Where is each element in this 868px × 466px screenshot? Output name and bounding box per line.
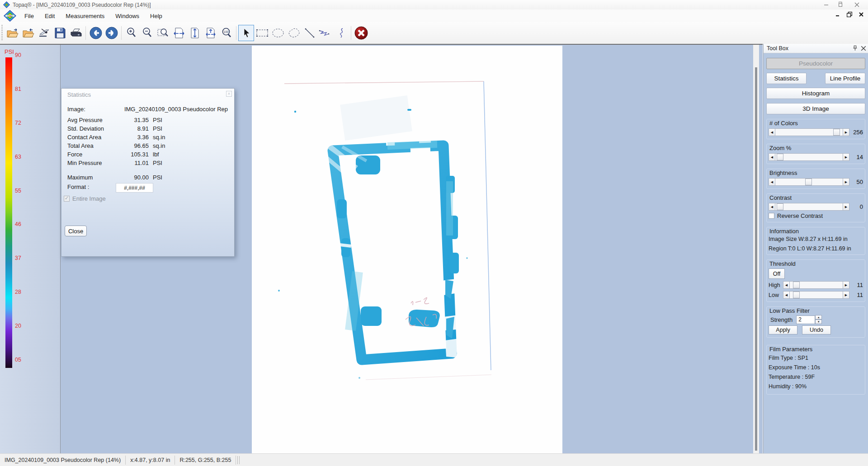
select-ellipse-icon	[271, 28, 285, 38]
restore-button[interactable]	[834, 0, 849, 9]
print-button[interactable]	[68, 25, 84, 41]
slider-right-arrow[interactable]: ▶	[843, 281, 849, 289]
back-button[interactable]	[88, 25, 104, 41]
entire-image-checkbox[interactable]	[64, 196, 70, 202]
toolbar-grip[interactable]	[1, 25, 3, 41]
slider-track[interactable]	[775, 128, 843, 136]
threshold-off-button[interactable]: Off	[769, 268, 785, 279]
save-button[interactable]	[52, 25, 68, 41]
format-input[interactable]	[116, 183, 153, 193]
fit-page-button[interactable]	[203, 25, 218, 41]
import-button[interactable]	[20, 25, 36, 41]
slider-right-arrow[interactable]: ▶	[843, 203, 849, 211]
slider-thumb[interactable]	[805, 179, 812, 185]
menu-file[interactable]: File	[19, 11, 39, 21]
slider-thumb[interactable]	[777, 203, 783, 210]
mdi-close-button[interactable]	[857, 11, 865, 18]
threshold-low-slider[interactable]: ◀ ▶ 11	[783, 291, 863, 299]
slider-left-arrow[interactable]: ◀	[769, 128, 775, 136]
histogram-button[interactable]: Histogram	[766, 88, 865, 99]
zoom-out-button[interactable]	[139, 25, 155, 41]
mdi-restore-icon	[847, 12, 852, 17]
statistics-dialog: Statistics × Image: IMG_20240109_0003 Ps…	[61, 88, 235, 257]
slider-right-arrow[interactable]: ▶	[843, 128, 849, 136]
fit-width-button[interactable]	[171, 25, 187, 41]
toolbox-close-icon[interactable]	[861, 46, 866, 51]
zoom-actual-icon: 100	[221, 27, 232, 39]
vertical-scrollbar[interactable]	[753, 45, 759, 453]
slider-thumb[interactable]	[833, 129, 840, 136]
status-grip	[239, 456, 240, 464]
undo-button[interactable]: Undo	[802, 325, 831, 334]
slider-right-arrow[interactable]: ▶	[843, 153, 849, 161]
strength-spin-up-icon[interactable]: ▲	[815, 315, 822, 320]
menu-help[interactable]: Help	[145, 11, 168, 21]
menu-edit[interactable]: Edit	[39, 11, 60, 21]
zoom-in-button[interactable]	[123, 25, 139, 41]
zoom-actual-button[interactable]: 100	[218, 25, 234, 41]
strength-label: Strength	[770, 316, 793, 323]
slider-right-arrow[interactable]: ▶	[843, 178, 849, 186]
polyline-tool-button[interactable]	[317, 25, 333, 41]
statistics-dialog-title[interactable]: Statistics	[67, 91, 91, 98]
mdi-minimize-button[interactable]	[834, 11, 842, 18]
stat-unit: sq.in	[153, 134, 165, 141]
apply-button[interactable]: Apply	[769, 325, 797, 334]
zoom-region-button[interactable]	[155, 25, 171, 41]
statistics-dialog-close-icon[interactable]: ×	[226, 91, 232, 97]
zoom-label: Zoom %	[769, 145, 792, 151]
slider-left-arrow[interactable]: ◀	[783, 281, 790, 289]
slider-right-arrow[interactable]: ▶	[843, 291, 849, 299]
information-label: Information	[769, 228, 800, 235]
vertical-scrollbar-thumb[interactable]	[755, 67, 757, 451]
menu-windows[interactable]: Windows	[110, 11, 145, 21]
slider-left-arrow[interactable]: ◀	[769, 203, 775, 211]
pointer-tool-button[interactable]	[238, 25, 254, 41]
colors-slider[interactable]: ◀ ▶ 256	[769, 128, 863, 136]
three-d-image-button[interactable]: 3D Image	[766, 103, 865, 114]
zoom-slider[interactable]: ◀ ▶ 14	[769, 153, 863, 161]
slider-left-arrow[interactable]: ◀	[769, 178, 775, 186]
scanned-page[interactable]	[252, 46, 562, 453]
forward-button[interactable]	[104, 25, 119, 41]
open-button[interactable]	[5, 25, 20, 41]
mdi-restore-button[interactable]	[845, 11, 854, 18]
slider-left-arrow[interactable]: ◀	[769, 153, 775, 161]
slider-track[interactable]	[775, 153, 843, 161]
image-label: Image:	[67, 106, 85, 113]
close-button[interactable]	[849, 0, 864, 9]
scan-button[interactable]	[36, 25, 52, 41]
strength-input[interactable]	[796, 315, 815, 324]
slider-track[interactable]	[775, 203, 843, 211]
slider-thumb[interactable]	[777, 154, 783, 160]
line-tool-button[interactable]	[302, 25, 317, 41]
reverse-contrast-checkbox[interactable]	[769, 213, 774, 219]
strength-spin-down-icon[interactable]: ▼	[815, 320, 822, 324]
minimize-button[interactable]	[818, 0, 834, 9]
slider-track[interactable]	[790, 291, 843, 299]
zoom-out-icon	[142, 27, 153, 39]
menu-bar: TOPAQ File Edit Measurements Windows Hel…	[0, 9, 868, 22]
strength-spinbox[interactable]: ▲ ▼	[796, 315, 822, 324]
delete-selection-button[interactable]	[353, 25, 369, 41]
brightness-slider[interactable]: ◀ ▶ 50	[769, 178, 863, 186]
curve-tool-button[interactable]	[333, 25, 349, 41]
slider-thumb[interactable]	[793, 292, 800, 298]
select-rectangle-button[interactable]	[254, 25, 270, 41]
menu-measurements[interactable]: Measurements	[60, 11, 110, 21]
statistics-button[interactable]: Statistics	[766, 73, 807, 84]
pin-icon[interactable]	[852, 45, 858, 52]
fit-height-button[interactable]	[187, 25, 203, 41]
contrast-slider[interactable]: ◀ ▶ 0	[769, 203, 863, 211]
select-freeform-button[interactable]	[286, 25, 302, 41]
slider-thumb[interactable]	[793, 282, 800, 288]
slider-track[interactable]	[775, 178, 843, 186]
threshold-high-slider[interactable]: ◀ ▶ 11	[783, 281, 863, 289]
slider-left-arrow[interactable]: ◀	[783, 291, 790, 299]
slider-track[interactable]	[790, 281, 843, 289]
psi-tick: 72	[15, 120, 28, 126]
pseudocolor-button[interactable]: Pseudocolor	[766, 58, 865, 69]
line-profile-button[interactable]: Line Profile	[825, 73, 865, 84]
statistics-close-button[interactable]: Close	[65, 226, 87, 236]
select-ellipse-button[interactable]	[270, 25, 286, 41]
